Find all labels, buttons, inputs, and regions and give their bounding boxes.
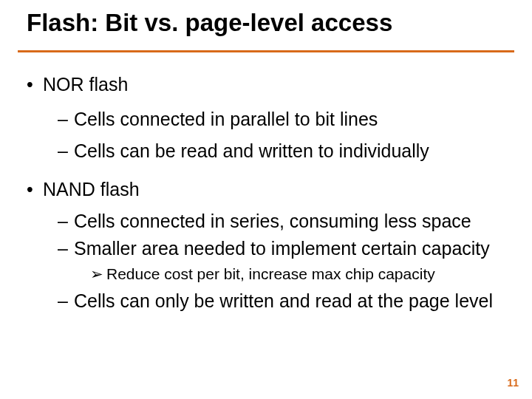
slide: Flash: Bit vs. page-level access •NOR fl…	[0, 0, 532, 399]
bullet-dash-icon: –	[58, 238, 74, 259]
bullet-tri-icon: ➢	[90, 265, 106, 283]
bullet-nor-sub1: –Cells connected in parallel to bit line…	[58, 109, 522, 130]
slide-body: •NOR flash –Cells connected in parallel …	[27, 66, 522, 317]
bullet-nand-sub2a: ➢Reduce cost per bit, increase max chip …	[90, 265, 522, 283]
bullet-dash-icon: –	[58, 211, 74, 232]
bullet-nand: •NAND flash	[27, 179, 522, 200]
bullet-nor-label: NOR flash	[43, 74, 128, 95]
bullet-dot-icon: •	[27, 179, 43, 200]
bullet-nand-sub3: –Cells can only be written and read at t…	[58, 290, 522, 312]
bullet-nor: •NOR flash	[27, 74, 522, 95]
bullet-nand-sub2-text: Smaller area needed to implement certain…	[74, 238, 490, 259]
bullet-dot-icon: •	[27, 74, 43, 95]
bullet-nand-sub1-text: Cells connected in series, consuming les…	[74, 211, 471, 231]
bullet-nand-sub1: –Cells connected in series, consuming le…	[58, 211, 522, 232]
title-rule	[18, 50, 514, 52]
bullet-nand-sub3-text: Cells can only be written and read at th…	[74, 290, 493, 311]
bullet-nand-label: NAND flash	[43, 179, 140, 200]
bullet-dash-icon: –	[58, 109, 74, 130]
bullet-nor-sub1-text: Cells connected in parallel to bit lines	[74, 109, 378, 129]
bullet-nand-sub2: –Smaller area needed to implement certai…	[58, 238, 522, 259]
page-number: 11	[507, 377, 519, 389]
bullet-nand-sub2a-text: Reduce cost per bit, increase max chip c…	[106, 265, 435, 282]
bullet-dash-icon: –	[58, 140, 74, 162]
bullet-nor-sub2-text: Cells can be read and written to individ…	[74, 140, 429, 161]
slide-title: Flash: Bit vs. page-level access	[27, 9, 392, 37]
bullet-dash-icon: –	[58, 290, 74, 312]
bullet-nor-sub2: –Cells can be read and written to indivi…	[58, 140, 522, 162]
